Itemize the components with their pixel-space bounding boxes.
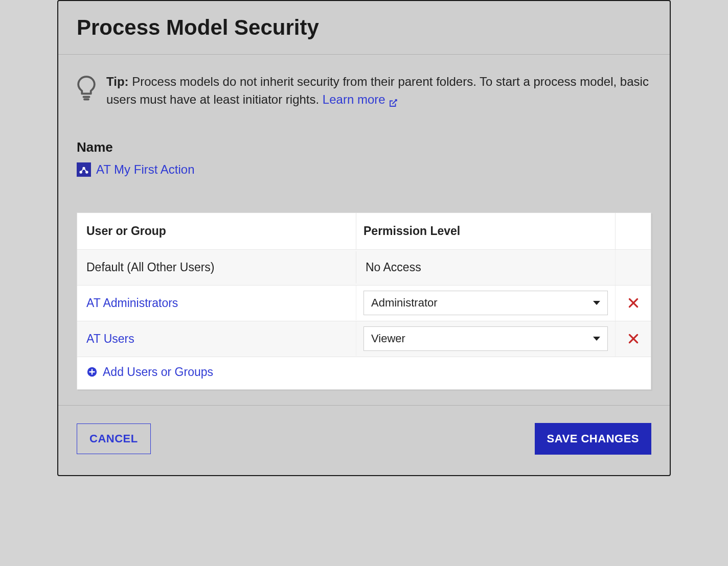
table-row: AT Users Viewer — [77, 321, 651, 357]
cancel-button[interactable]: CANCEL — [77, 423, 151, 454]
close-icon — [627, 332, 640, 345]
tip-label: Tip: — [106, 75, 129, 88]
tip-text: Tip: Process models do not inherit secur… — [106, 73, 651, 109]
svg-point-2 — [80, 171, 82, 173]
table-row: AT Administrators Administrator — [77, 286, 651, 321]
process-model-link[interactable]: AT My First Action — [96, 162, 194, 177]
default-action-cell — [615, 250, 651, 285]
permission-select[interactable]: Viewer — [363, 326, 608, 351]
col-header-perm: Permission Level — [356, 213, 615, 249]
plus-circle-icon — [86, 366, 98, 378]
table-row-default: Default (All Other Users) No Access — [77, 250, 651, 286]
dialog-body: Tip: Process models do not inherit secur… — [58, 55, 670, 405]
dialog-footer: CANCEL SAVE CHANGES — [58, 405, 670, 475]
name-row: AT My First Action — [77, 162, 651, 177]
default-perm-cell: No Access — [356, 251, 615, 284]
name-label: Name — [77, 139, 651, 155]
process-model-icon — [77, 162, 91, 177]
table-header-row: User or Group Permission Level — [77, 213, 651, 250]
col-header-user: User or Group — [77, 213, 356, 249]
dialog-title: Process Model Security — [77, 15, 651, 40]
save-changes-button[interactable]: SAVE CHANGES — [535, 423, 651, 455]
caret-down-icon — [593, 301, 600, 305]
remove-row-button[interactable] — [624, 329, 643, 348]
svg-point-4 — [86, 171, 88, 173]
permissions-table: User or Group Permission Level Default (… — [77, 213, 651, 390]
security-dialog: Process Model Security Tip: Process mode… — [57, 0, 671, 476]
col-header-action — [615, 213, 651, 249]
add-row: Add Users or Groups — [77, 357, 651, 389]
learn-more-text: Learn more — [323, 91, 385, 109]
external-link-icon — [389, 95, 398, 104]
permission-select[interactable]: Administrator — [363, 291, 608, 315]
default-user-cell: Default (All Other Users) — [77, 251, 356, 284]
name-section: Name AT My First Action — [77, 139, 651, 177]
permission-value: Administrator — [371, 296, 438, 310]
learn-more-link[interactable]: Learn more — [323, 91, 398, 109]
add-users-groups-label: Add Users or Groups — [103, 365, 213, 379]
close-icon — [627, 296, 640, 310]
tip-row: Tip: Process models do not inherit secur… — [77, 73, 651, 109]
user-group-link[interactable]: AT Users — [86, 332, 134, 345]
add-users-groups-link[interactable]: Add Users or Groups — [86, 365, 213, 379]
lightbulb-icon — [77, 75, 96, 102]
dialog-header: Process Model Security — [58, 1, 670, 55]
caret-down-icon — [593, 337, 600, 341]
remove-row-button[interactable] — [624, 293, 643, 313]
user-group-link[interactable]: AT Administrators — [86, 296, 178, 310]
permission-value: Viewer — [371, 332, 405, 345]
